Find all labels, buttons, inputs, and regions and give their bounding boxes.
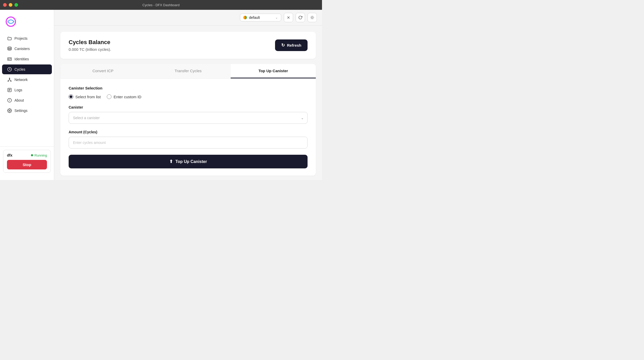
radio-custom-id-text: Enter custom ID: [114, 95, 141, 99]
sidebar-item-about[interactable]: About: [2, 95, 52, 105]
logo: [0, 14, 54, 34]
tab-label: Top Up Canister: [259, 69, 288, 73]
balance-info: Cycles Balance 0.000 TC (trillion cycles…: [69, 39, 111, 52]
stop-button[interactable]: Stop: [7, 160, 47, 169]
sidebar-item-network[interactable]: Network: [2, 75, 52, 85]
running-dot: [31, 154, 33, 156]
dfx-name: dfx: [7, 153, 12, 157]
network-icon: [7, 77, 12, 82]
radio-select-list[interactable]: [69, 94, 73, 99]
theme-toggle-button[interactable]: [308, 13, 317, 22]
sun-icon: [310, 15, 314, 20]
sidebar-item-label: Canisters: [14, 47, 30, 51]
canister-selection-title: Canister Selection: [69, 86, 308, 90]
refresh-icon-inner: ↻: [281, 43, 285, 48]
window-controls: [3, 3, 18, 7]
running-label: Running: [35, 153, 47, 157]
folder-icon: [7, 36, 12, 41]
title-bar: Cycles - DFX Dashboard: [0, 0, 322, 10]
gear-icon: [7, 108, 12, 113]
top-header: default ⌄: [54, 10, 322, 26]
svg-point-6: [11, 81, 11, 81]
radio-select-list-text: Select from list: [75, 95, 101, 99]
tabs-row: Convert ICP Transfer Cycles Top Up Canis…: [60, 64, 316, 79]
close-button[interactable]: [284, 13, 293, 22]
svg-line-18: [313, 19, 313, 19]
tab-convert-icp[interactable]: Convert ICP: [60, 64, 146, 78]
network-name-label: default: [249, 15, 273, 20]
tab-label: Transfer Cycles: [175, 69, 202, 73]
logs-icon: [7, 88, 12, 92]
sidebar-item-logs[interactable]: Logs: [2, 85, 52, 95]
minimize-window-button[interactable]: [9, 3, 12, 7]
svg-line-17: [311, 16, 311, 17]
svg-line-21: [311, 19, 311, 19]
sidebar-item-settings[interactable]: Settings: [2, 106, 52, 116]
svg-point-3: [9, 59, 9, 60]
svg-point-1: [8, 47, 11, 48]
canister-select-wrapper: Select a canister ⌄: [69, 112, 308, 124]
canister-select[interactable]: Select a canister: [69, 112, 308, 124]
tabs-card: Convert ICP Transfer Cycles Top Up Canis…: [60, 64, 316, 176]
balance-refresh-button[interactable]: ↻ Refresh: [275, 39, 308, 51]
amount-field-label: Amount (Cycles): [69, 130, 308, 134]
info-icon: [7, 98, 12, 103]
balance-amount: 0.000 TC (trillion cycles).: [69, 47, 111, 52]
x-icon: [286, 15, 291, 20]
sidebar-item-label: Network: [14, 78, 28, 82]
sidebar-item-label: Logs: [14, 88, 22, 92]
database-icon: [7, 46, 12, 51]
top-up-canister-button[interactable]: ⬆ Top Up Canister: [69, 155, 308, 168]
balance-card: Cycles Balance 0.000 TC (trillion cycles…: [60, 32, 316, 59]
sidebar-item-canisters[interactable]: Canisters: [2, 44, 52, 54]
app-container: Projects Canisters Identities Cycles: [0, 10, 322, 180]
radio-select-list-label[interactable]: Select from list: [69, 94, 101, 99]
sidebar-nav: Projects Canisters Identities Cycles: [0, 34, 54, 144]
svg-point-4: [9, 78, 10, 79]
chevron-down-icon: ⌄: [275, 16, 278, 19]
sidebar-item-projects[interactable]: Projects: [2, 34, 52, 43]
sidebar-item-label: Identities: [14, 57, 29, 61]
svg-point-5: [8, 81, 9, 81]
top-up-form: Canister Selection Select from list Ente…: [60, 79, 316, 176]
network-dot: [243, 16, 247, 19]
cycles-amount-input[interactable]: [69, 137, 308, 149]
refresh-label: Refresh: [287, 43, 301, 47]
sidebar-item-label: About: [14, 98, 24, 102]
dfx-status-row: dfx Running: [7, 153, 47, 157]
network-selector[interactable]: default ⌄: [240, 14, 281, 21]
tab-label: Convert ICP: [92, 69, 114, 73]
svg-point-14: [311, 17, 313, 19]
id-card-icon: [7, 57, 12, 61]
upload-icon: ⬆: [169, 159, 173, 164]
tab-transfer-cycles[interactable]: Transfer Cycles: [146, 64, 231, 78]
tab-top-up-canister[interactable]: Top Up Canister: [231, 64, 316, 78]
canister-selection-radio-group: Select from list Enter custom ID: [69, 94, 308, 99]
sidebar: Projects Canisters Identities Cycles: [0, 10, 54, 180]
close-window-button[interactable]: [3, 3, 7, 7]
radio-custom-id[interactable]: [107, 94, 111, 99]
sidebar-item-label: Projects: [14, 36, 28, 40]
canister-field-label: Canister: [69, 105, 308, 109]
svg-line-22: [313, 16, 313, 17]
balance-title: Cycles Balance: [69, 39, 111, 46]
dfx-running-status: Running: [31, 153, 47, 157]
radio-custom-id-label[interactable]: Enter custom ID: [107, 94, 141, 99]
content-area: Cycles Balance 0.000 TC (trillion cycles…: [54, 26, 322, 180]
top-up-button-label: Top Up Canister: [175, 159, 207, 164]
sidebar-footer: dfx Running Stop: [0, 146, 54, 176]
maximize-window-button[interactable]: [14, 3, 18, 7]
main-area: default ⌄ Cycles Balance 0.000 TC (trill…: [54, 10, 322, 180]
window-title: Cycles - DFX Dashboard: [142, 3, 180, 7]
sidebar-item-label: Settings: [14, 109, 28, 113]
balance-header: Cycles Balance 0.000 TC (trillion cycles…: [69, 39, 308, 52]
svg-point-11: [9, 110, 10, 111]
dfx-status-card: dfx Running Stop: [3, 150, 51, 173]
sidebar-item-identities[interactable]: Identities: [2, 54, 52, 64]
sidebar-item-label: Cycles: [14, 67, 25, 71]
sidebar-item-cycles[interactable]: Cycles: [2, 64, 52, 74]
refresh-button[interactable]: [296, 13, 305, 22]
refresh-icon: [298, 15, 302, 20]
cycle-icon: [7, 67, 12, 72]
